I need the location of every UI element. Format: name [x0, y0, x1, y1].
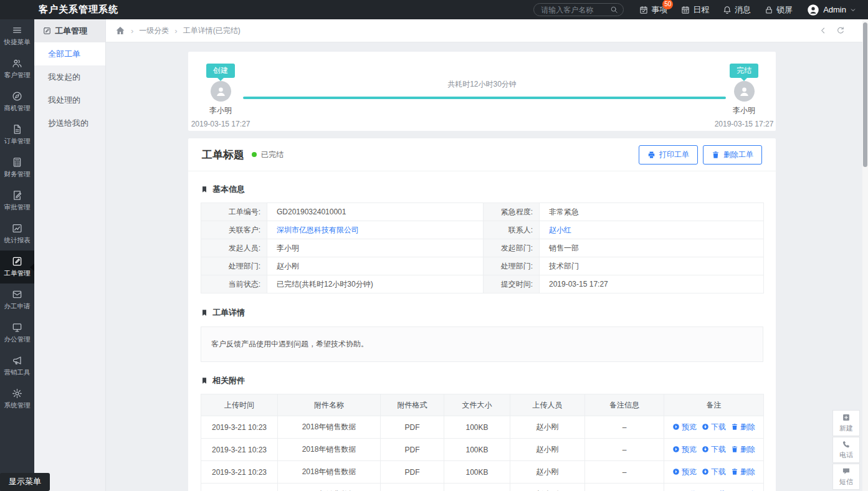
user-menu[interactable]: Admin: [807, 4, 857, 16]
chevron-down-icon: [849, 6, 857, 14]
sidebar-item-work-apply[interactable]: 办工申请: [0, 284, 34, 317]
sidebar-item-quick-menu[interactable]: 快捷菜单: [0, 19, 34, 52]
plus-square-icon: [842, 413, 851, 422]
show-menu-button[interactable]: 显示菜单: [0, 473, 50, 491]
sidebar-item-label: 快捷菜单: [4, 38, 31, 47]
attachment-actions: 预览下载删除: [664, 416, 764, 439]
column-header: 备注: [664, 394, 764, 416]
sidebar-item-marketing[interactable]: 营销工具: [0, 350, 34, 383]
timeline-start-name: 李小明: [209, 105, 232, 116]
monitor-icon: [12, 322, 22, 333]
attachment-cell: 赵小刚: [510, 416, 585, 439]
trash-fill-icon: [731, 446, 738, 453]
attachment-actions: 预览下载删除: [664, 484, 764, 491]
attachment-cell: 2018年销售数据: [278, 484, 381, 491]
table-row: 2019-3-21 10:232018年销售数据PDF100KB赵小刚–预览下载…: [201, 439, 764, 461]
attachment-cell: 100KB: [444, 439, 510, 461]
nav-messages[interactable]: 消息: [723, 4, 751, 16]
delete-link[interactable]: 删除: [731, 467, 755, 477]
submenu-item[interactable]: 抄送给我的: [34, 112, 105, 135]
attachment-cell: PDF: [381, 484, 444, 491]
submenu: 工单管理 全部工单我发起的我处理的抄送给我的: [34, 19, 106, 491]
info-value: 李小明: [267, 239, 484, 257]
attachment-cell: 2019-3-21 10:23: [201, 439, 278, 461]
sidebar-item-tickets[interactable]: 工单管理: [0, 250, 34, 284]
sidebar-item-office[interactable]: 办公管理: [0, 317, 34, 350]
search-input[interactable]: [541, 6, 607, 14]
sidebar-item-opportunities[interactable]: 商机管理: [0, 85, 34, 118]
delete-link[interactable]: 删除: [731, 422, 755, 432]
attachment-cell: –: [585, 439, 664, 461]
download-circle-icon: [702, 446, 709, 453]
attachment-cell: 赵小刚: [510, 461, 585, 484]
info-value: 销售一部: [540, 239, 764, 257]
preview-link[interactable]: 预览: [672, 422, 697, 432]
submenu-item[interactable]: 我处理的: [34, 88, 105, 112]
search-icon: [610, 6, 618, 14]
sidebar-item-orders[interactable]: 订单管理: [0, 118, 34, 151]
breadcrumb-item[interactable]: 工单详情(已完结): [183, 26, 241, 36]
breadcrumb-item[interactable]: 一级分类: [139, 26, 169, 36]
back-chevron-icon: [819, 26, 827, 35]
attachment-cell: 2018年销售数据: [278, 439, 381, 461]
action-label: 删除: [740, 422, 755, 432]
preview-circle-icon: [672, 468, 680, 475]
fab-label: 新建: [839, 424, 853, 433]
sidebar-item-label: 订单管理: [4, 137, 31, 146]
preview-circle-icon: [672, 423, 680, 431]
info-label: 关联客户:: [201, 221, 267, 239]
attachments-rows: 2019-3-21 10:232018年销售数据PDF100KB赵小刚–预览下载…: [201, 416, 764, 491]
table-row: 当前状态:已完结(共耗时12小时30分钟)提交时间:2019-03-15 17:…: [201, 275, 764, 293]
scrollbar-thumb[interactable]: [863, 22, 867, 167]
info-label: 处理部门:: [201, 257, 267, 275]
info-link[interactable]: 深圳市亿恩科技有限公司: [277, 226, 359, 234]
ticket-header: 工单标题 已完结 打印工单 删除工单: [188, 138, 776, 171]
bookmark-icon: [201, 186, 208, 193]
topbar-right: 事项50日程消息锁屏 Admin: [533, 3, 862, 16]
info-label: 工单编号:: [201, 203, 267, 221]
timeline-end-node: 完结 李小明 2019-03-15 17:27: [710, 52, 778, 128]
download-link[interactable]: 下载: [702, 467, 726, 477]
delete-ticket-label: 删除工单: [723, 150, 753, 160]
fab-sms[interactable]: 短信: [832, 464, 860, 490]
section-title-text: 相关附件: [212, 375, 245, 386]
chart-icon: [12, 223, 22, 234]
fab-phone[interactable]: 电话: [832, 437, 860, 463]
fab-new[interactable]: 新建: [832, 410, 860, 436]
ticket-actions: 打印工单 删除工单: [639, 145, 762, 164]
download-circle-icon: [702, 468, 709, 475]
sidebar-item-system[interactable]: 系统管理: [0, 383, 34, 416]
sidebar-item-customers[interactable]: 客户管理: [0, 52, 34, 85]
section-title-text: 工单详情: [212, 307, 245, 318]
sidebar-item-label: 财务管理: [4, 170, 31, 179]
nav-lock[interactable]: 锁屏: [765, 4, 793, 16]
sidebar-item-finance[interactable]: 财务管理: [0, 151, 34, 184]
download-link[interactable]: 下载: [702, 444, 726, 455]
preview-link[interactable]: 预览: [672, 444, 697, 455]
nav-matters[interactable]: 事项50: [639, 4, 667, 16]
attachment-cell: PDF: [381, 439, 444, 461]
preview-link[interactable]: 预览: [672, 467, 697, 477]
print-ticket-button[interactable]: 打印工单: [639, 145, 698, 164]
submenu-item[interactable]: 全部工单: [34, 42, 105, 65]
submenu-item[interactable]: 我发起的: [34, 65, 105, 88]
refresh-icon: [836, 26, 845, 35]
calendar-icon: [681, 6, 690, 14]
sidebar-item-reports[interactable]: 统计报表: [0, 217, 34, 250]
delete-ticket-button[interactable]: 删除工单: [703, 145, 762, 164]
download-link[interactable]: 下载: [702, 422, 726, 432]
attachments-section-title: 相关附件: [201, 375, 763, 386]
delete-link[interactable]: 删除: [731, 444, 755, 455]
info-link[interactable]: 赵小红: [549, 226, 571, 234]
sidebar-item-approval[interactable]: 审批管理: [0, 184, 34, 217]
sidebar-item-label: 客户管理: [4, 71, 31, 80]
table-row: 关联客户:深圳市亿恩科技有限公司联系人:赵小红: [201, 221, 764, 239]
submenu-items: 全部工单我发起的我处理的抄送给我的: [34, 42, 105, 135]
attachments-table: 上传时间附件名称附件格式文件大小上传人员备注信息备注 2019-3-21 10:…: [201, 394, 764, 491]
basic-info-rows: 工单编号:GD20190324010001紧急程度:非常紧急关联客户:深圳市亿恩…: [201, 203, 764, 293]
timeline-start-node: 创建 李小明 2019-03-15 17:27: [186, 52, 255, 128]
breadcrumb-separator: ›: [131, 26, 133, 36]
nav-schedule[interactable]: 日程: [681, 4, 709, 16]
timeline-progress-line: [243, 97, 726, 99]
column-header: 上传人员: [510, 394, 585, 416]
